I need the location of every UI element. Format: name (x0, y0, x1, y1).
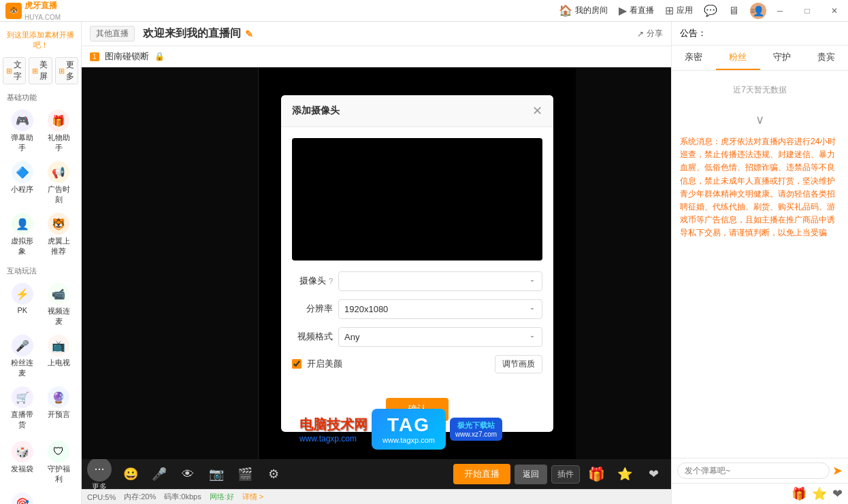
sidebar-item-avatar[interactable]: 👤 虚拟形象 (5, 210, 39, 259)
tv-label: 上电视 (48, 358, 70, 368)
cpu-status: CPU:5% (87, 493, 116, 501)
emoji-btn[interactable]: 😀 (118, 462, 143, 486)
nav-screen[interactable]: 🖥 (728, 5, 739, 17)
resolution-row: 分辨率 1920x1080 1280x720 640x480 (292, 299, 542, 319)
sidebar-item-danmu[interactable]: 🎮 弹幕助手 (5, 107, 39, 156)
monitor-icon: 🖥 (728, 5, 739, 17)
modal-title: 添加摄像头 (292, 105, 340, 117)
gift-icon: 🎁 (48, 110, 69, 131)
sidebar-item-shop[interactable]: 🛒 直播带货 (5, 384, 39, 433)
notice-area: 公告： (672, 22, 848, 46)
title-bar: 🐯 虎牙直播 HUYA.COM 🏠 我的房间 ▶ 看直播 ⊞ 应用 💬 🖥 👤 … (0, 0, 848, 22)
video-link-icon: 📹 (48, 283, 69, 305)
sidebar-item-guard[interactable]: 🛡 守护福利 (42, 438, 76, 487)
nav-my-room-label: 我的房间 (575, 5, 608, 16)
mic-btn[interactable]: 🎤 (147, 462, 172, 486)
more-circle-btn[interactable]: ··· (87, 457, 112, 482)
sidebar-item-danmu-play[interactable]: 🎯 弹幕玩法 (5, 490, 39, 504)
rb-heart-icon[interactable]: ❤ (832, 486, 843, 501)
ad-icon: 📢 (48, 161, 69, 183)
camera-btn[interactable]: 📷 (204, 462, 229, 486)
share-btn[interactable]: ↗ 分享 (637, 28, 663, 39)
edit-title-icon[interactable]: ✎ (245, 29, 253, 39)
tool-more[interactable]: ⊞ 更多 (55, 57, 78, 84)
tool-beauty-screen[interactable]: ⊞ 美屏 (29, 57, 52, 84)
nav-my-room[interactable]: 🏠 我的房间 (559, 4, 608, 17)
sidebar-promo[interactable]: 到这里添加素材开播吧！ (0, 27, 81, 53)
plugin-btn[interactable]: 插件 (551, 465, 580, 484)
maximize-button[interactable]: □ (794, 0, 821, 22)
streamer-badge: 1 (90, 52, 99, 61)
collapse-btn[interactable]: ∨ (672, 110, 848, 130)
basic-tools-grid: 🎮 弹幕助手 🎁 礼物助手 🔷 小程序 📢 广告时刻 👤 虚拟形象 🐯 (0, 104, 81, 262)
tab-intimate[interactable]: 亲密 (672, 46, 716, 70)
app-domain: HUYA.COM (25, 14, 61, 21)
tool-beauty-label: 美屏 (39, 59, 48, 82)
pk-icon: ⚡ (12, 283, 33, 305)
gift-btn-2[interactable]: ⭐ (613, 462, 637, 486)
video-right-panel (576, 67, 671, 459)
app-name: 虎牙直播 (25, 1, 57, 10)
nav-apps[interactable]: ⊞ 应用 (665, 4, 693, 17)
menu-button[interactable]: ≡ (739, 0, 766, 22)
tab-guard[interactable]: 守护 (760, 46, 804, 70)
sidebar-item-video-link[interactable]: 📹 视频连麦 (42, 280, 76, 329)
home-icon: 🏠 (559, 4, 572, 17)
sidebar-item-miniapp[interactable]: 🔷 小程序 (5, 158, 39, 207)
sidebar-item-lucky-bag[interactable]: 🎲 发福袋 (5, 438, 39, 487)
minimize-button[interactable]: ─ (766, 0, 794, 22)
video-btn[interactable]: 🎬 (233, 462, 257, 486)
recommend-icon: 🐯 (48, 213, 69, 235)
other-live-btn[interactable]: 其他直播 (90, 26, 135, 41)
resolution-select[interactable]: 1920x1080 1280x720 640x480 (338, 299, 542, 319)
nav-watch-live[interactable]: ▶ 看直播 (619, 4, 654, 17)
return-btn[interactable]: 返回 (515, 465, 547, 484)
modal-close-btn[interactable]: ✕ (532, 103, 542, 118)
miniapp-icon: 🔷 (12, 161, 33, 183)
camera-preview (292, 138, 542, 261)
beauty-checkbox[interactable] (292, 359, 301, 369)
more-btn-area: ··· 更多 (87, 457, 112, 492)
resolution-label: 分辨率 (292, 303, 333, 315)
tab-fans[interactable]: 粉丝 (716, 46, 760, 70)
rb-gift-icon[interactable]: 🎁 (792, 486, 806, 501)
streamer-name: 图南碰锁断 (105, 50, 149, 63)
gift-btn-1[interactable]: 🎁 (584, 462, 608, 486)
sidebar-item-gift[interactable]: 🎁 礼物助手 (42, 107, 76, 156)
window-controls: ≡ ─ □ ✕ (739, 0, 848, 22)
tag-url: www.tagxp.com (382, 436, 435, 444)
tool-text[interactable]: ⊞ 文字 (3, 57, 26, 84)
shop-icon: 🛒 (12, 386, 33, 408)
sidebar-item-pk[interactable]: ⚡ PK (5, 280, 39, 329)
sidebar-item-fan-link[interactable]: 🎤 粉丝连麦 (5, 332, 39, 381)
sidebar-item-predict[interactable]: 🔮 开预言 (42, 384, 76, 433)
sidebar-item-recommend[interactable]: 🐯 虎翼上推荐 (42, 210, 76, 259)
close-button[interactable]: ✕ (821, 0, 848, 22)
gift-label: 礼物助手 (45, 133, 74, 153)
lucky-icon: 🎲 (12, 441, 33, 463)
guard-icon: 🛡 (48, 441, 69, 463)
adjust-quality-btn[interactable]: 调节画质 (495, 355, 542, 373)
send-btn[interactable]: ➤ (832, 463, 843, 478)
status-bar: CPU:5% 内存:20% 码率:0kbps 网络:好 详情 > (82, 489, 671, 504)
eye-btn[interactable]: 👁 (176, 462, 200, 486)
sidebar-item-tv[interactable]: 📺 上电视 (42, 332, 76, 381)
camera-select[interactable] (338, 271, 542, 291)
details-link[interactable]: 详情 > (242, 492, 263, 502)
tab-vip[interactable]: 贵宾 (804, 46, 848, 70)
nav-apps-label: 应用 (676, 5, 693, 16)
sidebar-item-ad[interactable]: 📢 广告时刻 (42, 158, 76, 207)
gift-btn-3[interactable]: ❤ (641, 462, 666, 486)
app-logo: 🐯 虎牙直播 HUYA.COM (5, 0, 61, 22)
interact-grid: ⚡ PK 📹 视频连麦 🎤 粉丝连麦 📺 上电视 🛒 直播带货 🔮 开预言 (0, 278, 81, 435)
right-bottom-icons: 🎁 ⭐ ❤ (672, 483, 848, 504)
lucky-label: 发福袋 (11, 464, 33, 474)
video-format-row: 视频格式 Any MJPEG YUY2 (292, 327, 542, 347)
rb-star-icon[interactable]: ⭐ (812, 486, 827, 501)
start-live-btn[interactable]: 开始直播 (453, 464, 510, 484)
nav-chat[interactable]: 💬 (704, 4, 717, 17)
settings-btn[interactable]: ⚙ (261, 462, 286, 486)
video-format-select[interactable]: Any MJPEG YUY2 (338, 327, 542, 347)
system-message: 系统消息：虎牙依法对直播内容进行24小时巡查，禁止传播违法违规、封建迷信、暴力血… (672, 130, 848, 458)
chat-input[interactable] (677, 463, 830, 479)
